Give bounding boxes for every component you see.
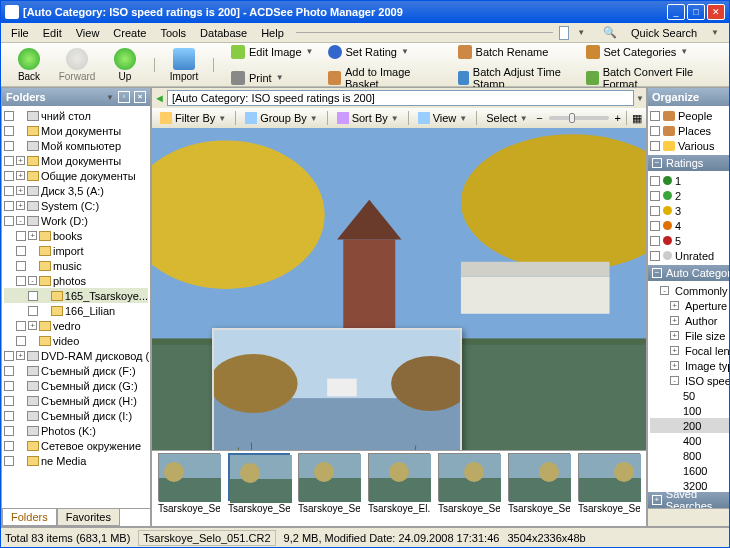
filter-by-button[interactable]: Filter By▼ xyxy=(156,111,230,125)
rating-item[interactable]: 4 xyxy=(650,218,730,233)
forward-button[interactable]: Forward xyxy=(55,48,99,82)
autocat-item[interactable]: 400 xyxy=(650,433,730,448)
thumbnail[interactable]: Tsarskoye_El... xyxy=(366,453,432,524)
menu-file[interactable]: File xyxy=(5,25,35,41)
panel-close-button[interactable]: × xyxy=(134,91,146,103)
tree-item[interactable]: Мои документы xyxy=(4,123,148,138)
tree-item[interactable]: music xyxy=(4,258,148,273)
thumbnail-strip[interactable]: Tsarskoye_Sel...Tsarskoye_Sel...Tsarskoy… xyxy=(152,450,646,526)
autocat-item[interactable]: 100 xyxy=(650,403,730,418)
maximize-button[interactable]: □ xyxy=(687,4,705,20)
autocat-item[interactable]: +Aperture xyxy=(650,298,730,313)
tree-item[interactable]: Съемный диск (I:) xyxy=(4,408,148,423)
tree-item[interactable]: -photos xyxy=(4,273,148,288)
tree-item[interactable]: 165_Tsarskoye... xyxy=(4,288,148,303)
batch-time-button[interactable]: Batch Adjust Time Stamp xyxy=(458,66,572,90)
autocat-item[interactable]: +File size xyxy=(650,328,730,343)
autocat-item[interactable]: +Image type xyxy=(650,358,730,373)
tree-item[interactable]: +Диск 3,5 (A:) xyxy=(4,183,148,198)
sort-by-button[interactable]: Sort By▼ xyxy=(333,111,403,125)
chevron-down-icon[interactable]: ▼ xyxy=(571,26,591,39)
menu-view[interactable]: View xyxy=(70,25,106,41)
thumbnail[interactable]: Tsarskoye_Sel... xyxy=(436,453,502,524)
minimize-button[interactable]: _ xyxy=(667,4,685,20)
category-item[interactable]: Places xyxy=(650,123,730,138)
set-rating-button[interactable]: Set Rating▼ xyxy=(328,40,444,64)
thumb-view-icon[interactable]: ▦ xyxy=(632,112,642,125)
thumbnail[interactable]: Tsarskoye_Sel... xyxy=(576,453,642,524)
thumbnail[interactable]: Tsarskoye_Sel... xyxy=(296,453,362,524)
menu-edit[interactable]: Edit xyxy=(37,25,68,41)
thumbnail[interactable]: Tsarskoye_Sel... xyxy=(506,453,572,524)
menu-tools[interactable]: Tools xyxy=(154,25,192,41)
tree-item[interactable]: import xyxy=(4,243,148,258)
rating-item[interactable]: 2 xyxy=(650,188,730,203)
autocat-item[interactable]: -ISO speed ratings xyxy=(650,373,730,388)
tree-item[interactable]: Photos (K:) xyxy=(4,423,148,438)
autocat-item[interactable]: 50 xyxy=(650,388,730,403)
menu-create[interactable]: Create xyxy=(107,25,152,41)
panel-pin-button[interactable]: ▫ xyxy=(118,91,130,103)
tree-item[interactable]: +books xyxy=(4,228,148,243)
zoom-in-icon[interactable]: + xyxy=(615,112,621,124)
chevron-down-icon[interactable]: ▼ xyxy=(106,93,114,102)
tree-item[interactable]: +vedro xyxy=(4,318,148,333)
tree-item[interactable]: video xyxy=(4,333,148,348)
path-box[interactable]: [Auto Category: ISO speed ratings is 200… xyxy=(167,90,634,106)
tab-folders[interactable]: Folders xyxy=(2,509,57,526)
autocat-item[interactable]: -Commonly Used xyxy=(650,283,730,298)
autocat-item[interactable]: 1600 xyxy=(650,463,730,478)
rating-item[interactable]: 3 xyxy=(650,203,730,218)
tree-item[interactable]: +Общие документы xyxy=(4,168,148,183)
tree-item[interactable]: Съемный диск (H:) xyxy=(4,393,148,408)
menu-help[interactable]: Help xyxy=(255,25,290,41)
quicksearch-label[interactable]: Quick Search xyxy=(625,25,703,41)
quicksearch-color[interactable] xyxy=(559,26,569,40)
rating-item[interactable]: 1 xyxy=(650,173,730,188)
path-back-icon[interactable]: ◄ xyxy=(154,92,165,104)
thumbnail[interactable]: Tsarskoye_Sel... xyxy=(156,453,222,524)
tree-item[interactable]: чний стол xyxy=(4,108,148,123)
collapse-icon[interactable]: − xyxy=(652,158,662,168)
back-button[interactable]: Back xyxy=(7,48,51,82)
thumbnail[interactable]: Tsarskoye_Sel... xyxy=(226,453,292,524)
import-button[interactable]: Import xyxy=(162,48,206,82)
close-button[interactable]: ✕ xyxy=(707,4,725,20)
category-item[interactable]: Various xyxy=(650,138,730,153)
tree-item[interactable]: -Work (D:) xyxy=(4,213,148,228)
select-button[interactable]: Select▼ xyxy=(482,111,532,125)
tree-item[interactable]: 166_Lilian xyxy=(4,303,148,318)
zoom-out-icon[interactable]: − xyxy=(536,112,542,124)
batch-rename-button[interactable]: Batch Rename xyxy=(458,40,572,64)
tree-item[interactable]: +DVD-RAM дисковод (E:) xyxy=(4,348,148,363)
autocat-item[interactable]: +Focal length (1.5x) xyxy=(650,343,730,358)
edit-image-button[interactable]: Edit Image▼ xyxy=(231,40,314,64)
tree-item[interactable]: Сетевое окружение xyxy=(4,438,148,453)
autocat-item[interactable]: 200 xyxy=(650,418,730,433)
tree-item[interactable]: +Мои документы xyxy=(4,153,148,168)
category-item[interactable]: People xyxy=(650,108,730,123)
tree-item[interactable]: +System (C:) xyxy=(4,198,148,213)
menu-database[interactable]: Database xyxy=(194,25,253,41)
set-categories-button[interactable]: Set Categories▼ xyxy=(586,40,723,64)
view-button[interactable]: View▼ xyxy=(414,111,472,125)
print-button[interactable]: Print▼ xyxy=(231,66,314,90)
image-viewer[interactable] xyxy=(152,128,646,450)
group-by-button[interactable]: Group By▼ xyxy=(241,111,321,125)
add-basket-button[interactable]: Add to Image Basket xyxy=(328,66,444,90)
up-button[interactable]: Up xyxy=(103,48,147,82)
batch-convert-button[interactable]: Batch Convert File Format xyxy=(586,66,723,90)
tab-favorites[interactable]: Favorites xyxy=(57,509,120,526)
tree-item[interactable]: Мой компьютер xyxy=(4,138,148,153)
autocat-item[interactable]: +Author xyxy=(650,313,730,328)
tree-item[interactable]: Съемный диск (F:) xyxy=(4,363,148,378)
autocat-item[interactable]: 800 xyxy=(650,448,730,463)
titlebar: [Auto Category: ISO speed ratings is 200… xyxy=(1,1,729,23)
zoom-slider[interactable] xyxy=(549,116,609,120)
rating-unrated[interactable]: Unrated xyxy=(650,248,730,263)
tree-item[interactable]: Съемный диск (G:) xyxy=(4,378,148,393)
rating-item[interactable]: 5 xyxy=(650,233,730,248)
folder-tree[interactable]: чний столМои документыМой компьютер+Мои … xyxy=(2,106,150,508)
svg-point-39 xyxy=(614,462,634,482)
tree-item[interactable]: ne Media xyxy=(4,453,148,468)
